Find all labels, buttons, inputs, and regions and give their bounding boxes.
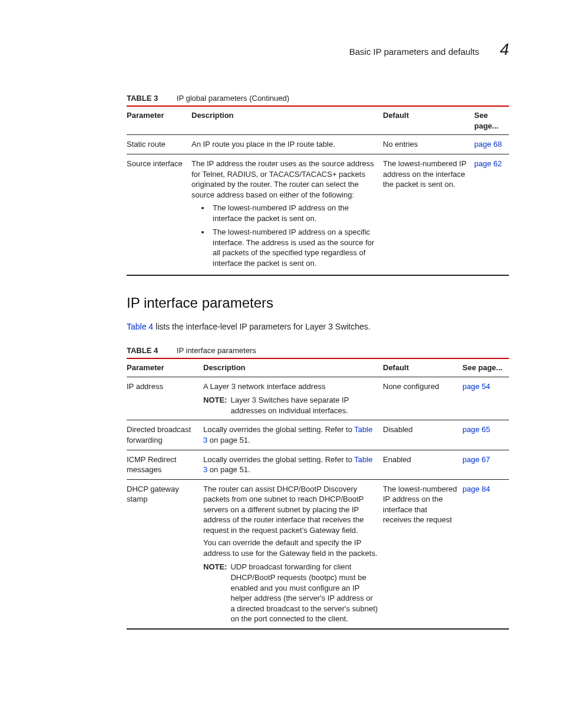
table4-caption: TABLE 4 IP interface parameters — [127, 345, 509, 356]
desc-pre: Locally overrides the global setting. Re… — [203, 455, 354, 464]
desc-post: on page 51. — [207, 436, 250, 444]
cell-see: page 68 — [474, 135, 509, 154]
table4-header-default: Default — [383, 358, 462, 377]
table4-crossref-link[interactable]: Table 4 — [127, 322, 153, 331]
table3: Parameter Description Default See page..… — [127, 106, 509, 276]
cell-parameter: ICMP Redirect messages — [127, 450, 203, 479]
list-item: The lowest-numbered IP address on a spec… — [210, 226, 378, 271]
bullet-list: The lowest-numbered IP address on the in… — [191, 202, 378, 271]
intro-rest: lists the interface-level IP parameters … — [153, 322, 371, 331]
table-row: Static route An IP route you place in th… — [127, 135, 509, 154]
header-title: Basic IP parameters and defaults — [349, 46, 480, 58]
cell-see: page 54 — [462, 377, 509, 420]
table4: Parameter Description Default See page..… — [127, 358, 509, 629]
cell-description: An IP route you place in the IP route ta… — [191, 135, 383, 154]
table3-header-default: Default — [383, 106, 474, 135]
page-link[interactable]: page 54 — [462, 382, 490, 391]
cell-description-text: A Layer 3 network interface address — [203, 381, 378, 392]
cell-default: The lowest-numbered IP address on the in… — [383, 479, 462, 629]
cell-see: page 67 — [462, 450, 509, 479]
cell-description: The IP address the router uses as the so… — [191, 154, 383, 275]
page-content: Basic IP parameters and defaults 4 TABLE… — [0, 0, 562, 665]
table4-header-parameter: Parameter — [127, 358, 203, 377]
table4-caption-title: IP interface parameters — [177, 346, 256, 355]
cell-description: Locally overrides the global setting. Re… — [203, 450, 383, 479]
note-label: NOTE: — [203, 395, 227, 416]
cell-default: The lowest-numbered IP address on the in… — [383, 154, 474, 275]
page-link[interactable]: page 62 — [474, 159, 502, 168]
note-body: Layer 3 Switches have separate IP addres… — [230, 395, 378, 416]
cell-see: page 84 — [462, 479, 509, 629]
table-row: Directed broadcast forwarding Locally ov… — [127, 420, 509, 450]
intro-paragraph: Table 4 lists the interface-level IP par… — [127, 321, 509, 332]
table-row: DHCP gateway stamp The router can assist… — [127, 479, 509, 629]
cell-description: Locally overrides the global setting. Re… — [203, 420, 383, 450]
table3-header-description: Description — [191, 106, 383, 135]
desc-paragraph-1: The router can assist DHCP/BootP Discove… — [203, 484, 378, 536]
note: NOTE: UDP broadcast forwarding for clien… — [203, 562, 378, 624]
cell-description: A Layer 3 network interface address NOTE… — [203, 377, 383, 420]
table3-header-parameter: Parameter — [127, 106, 191, 135]
cell-parameter: Source interface — [127, 154, 191, 275]
note: NOTE: Layer 3 Switches have separate IP … — [203, 395, 378, 416]
cell-see: page 65 — [462, 420, 509, 450]
note-label: NOTE: — [203, 562, 227, 624]
page-link[interactable]: page 84 — [462, 485, 490, 493]
desc-pre: Locally overrides the global setting. Re… — [203, 425, 354, 434]
cell-default: Enabled — [383, 450, 462, 479]
page-link[interactable]: page 65 — [462, 425, 490, 434]
page-link[interactable]: page 68 — [474, 140, 502, 149]
cell-parameter: Static route — [127, 135, 191, 154]
list-item: The lowest-numbered IP address on the in… — [210, 202, 378, 226]
desc-post: on page 51. — [207, 465, 250, 474]
cell-parameter: Directed broadcast forwarding — [127, 420, 203, 450]
cell-description-intro: The IP address the router uses as the so… — [191, 159, 374, 199]
header-chapter-number: 4 — [500, 38, 509, 61]
table3-caption-title: IP global parameters (Continued) — [177, 94, 289, 103]
table4-header-see: See page... — [462, 358, 509, 377]
cell-see: page 62 — [474, 154, 509, 275]
table3-header-see: See page... — [474, 106, 509, 135]
table3-caption: TABLE 3 IP global parameters (Continued) — [127, 93, 509, 104]
table-row: ICMP Redirect messages Locally overrides… — [127, 450, 509, 479]
table-row: IP address A Layer 3 network interface a… — [127, 377, 509, 420]
desc-paragraph-2: You can override the default and specify… — [203, 538, 378, 558]
table-row: Source interface The IP address the rout… — [127, 154, 509, 275]
section-heading: IP interface parameters — [127, 294, 509, 312]
cell-default: Disabled — [383, 420, 462, 450]
running-header: Basic IP parameters and defaults 4 — [127, 38, 509, 61]
cell-parameter: DHCP gateway stamp — [127, 479, 203, 629]
cell-default: None configured — [383, 377, 462, 420]
cell-default: No entries — [383, 135, 474, 154]
table4-caption-label: TABLE 4 — [127, 346, 158, 355]
cell-parameter: IP address — [127, 377, 203, 420]
note-body: UDP broadcast forwarding for client DHCP… — [230, 562, 378, 624]
table3-caption-label: TABLE 3 — [127, 94, 158, 103]
cell-description: The router can assist DHCP/BootP Discove… — [203, 479, 383, 629]
table4-header-description: Description — [203, 358, 383, 377]
page-link[interactable]: page 67 — [462, 455, 490, 464]
